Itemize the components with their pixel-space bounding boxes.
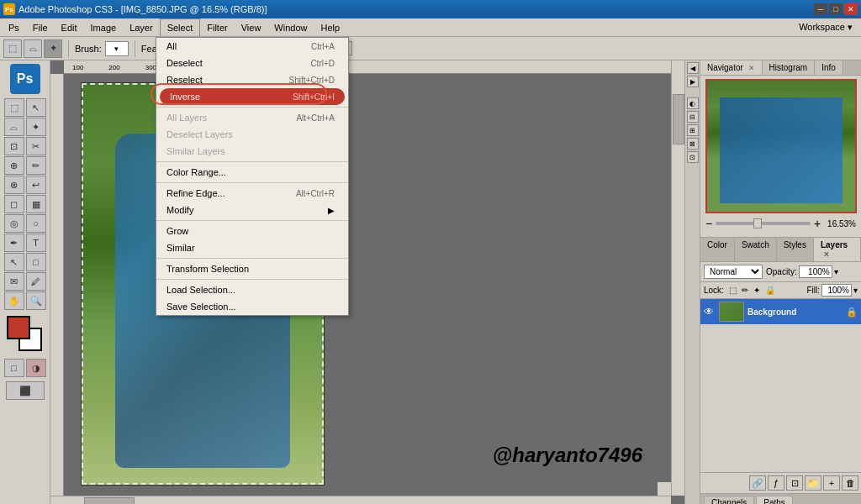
foreground-color-swatch[interactable] bbox=[7, 316, 30, 339]
menu-modify[interactable]: Modify ▶ bbox=[156, 202, 348, 218]
text-tool[interactable]: T bbox=[26, 234, 46, 252]
close-nav[interactable]: ✕ bbox=[748, 64, 755, 72]
opacity-input[interactable] bbox=[799, 265, 832, 278]
crop-tool[interactable]: ⊡ bbox=[4, 137, 24, 155]
slice-tool[interactable]: ✂ bbox=[26, 137, 46, 155]
brush-tool[interactable]: ✏ bbox=[26, 156, 46, 175]
blur-tool[interactable]: ◎ bbox=[4, 214, 24, 233]
dodge-tool[interactable]: ○ bbox=[26, 214, 46, 233]
blend-mode-select[interactable]: Normal bbox=[704, 265, 763, 279]
minimize-button[interactable]: ─ bbox=[814, 3, 827, 15]
clone-tool[interactable]: ⊗ bbox=[4, 176, 24, 194]
title-bar-controls[interactable]: ─ □ ✕ bbox=[814, 3, 858, 15]
opacity-arrow[interactable]: ▾ bbox=[834, 267, 838, 276]
zoom-minus[interactable]: − bbox=[705, 217, 712, 230]
selection-tool-btn[interactable]: ⬚ bbox=[3, 39, 22, 58]
strip-btn-2[interactable]: ▶ bbox=[687, 76, 699, 87]
delete-layer-btn[interactable]: 🗑 bbox=[842, 475, 858, 491]
history-brush[interactable]: ↩ bbox=[26, 176, 46, 194]
tab-swatch[interactable]: Swatch bbox=[735, 238, 777, 261]
zoom-tool[interactable]: 🔍 bbox=[26, 291, 46, 310]
gradient-tool[interactable]: ▦ bbox=[26, 195, 46, 213]
eyedropper-tool[interactable]: 🖉 bbox=[26, 272, 46, 291]
healing-tool[interactable]: ⊕ bbox=[4, 156, 24, 175]
workspace-button[interactable]: Workspace ▾ bbox=[792, 18, 859, 36]
marquee-tool[interactable]: ⬚ bbox=[4, 98, 24, 117]
strip-btn-1[interactable]: ◀ bbox=[687, 62, 699, 74]
tab-info[interactable]: Info bbox=[815, 60, 843, 75]
tab-channels[interactable]: Channels bbox=[704, 496, 754, 504]
eraser-tool[interactable]: ◻ bbox=[4, 195, 24, 213]
lock-move-btn[interactable]: ✦ bbox=[753, 286, 760, 295]
menu-similar[interactable]: Similar bbox=[156, 239, 348, 256]
menu-all[interactable]: All Ctrl+A bbox=[156, 38, 348, 55]
notes-tool[interactable]: ✉ bbox=[4, 272, 24, 291]
quick-mask-btn[interactable]: ◑ bbox=[26, 359, 46, 377]
pen-tool[interactable]: ✒ bbox=[4, 234, 24, 252]
standard-mode-btn[interactable]: □ bbox=[4, 359, 24, 377]
menu-color-range[interactable]: Color Range... bbox=[156, 164, 348, 181]
menu-file[interactable]: File bbox=[26, 18, 55, 36]
menu-view[interactable]: View bbox=[235, 18, 268, 36]
strip-btn-3[interactable]: ◐ bbox=[687, 97, 699, 109]
menu-window[interactable]: Window bbox=[267, 18, 314, 36]
layer-background-row[interactable]: 👁 Background 🔒 bbox=[700, 299, 861, 324]
horizontal-scrollbar[interactable] bbox=[50, 496, 671, 504]
close-button[interactable]: ✕ bbox=[844, 3, 858, 15]
close-layers[interactable]: ✕ bbox=[823, 250, 830, 259]
lasso-tool-btn[interactable]: ⌓ bbox=[24, 39, 42, 58]
add-style-btn[interactable]: ƒ bbox=[768, 475, 784, 491]
maximize-button[interactable]: □ bbox=[829, 3, 843, 15]
new-group-btn[interactable]: 📁 bbox=[805, 475, 821, 491]
strip-btn-4[interactable]: ⊟ bbox=[687, 111, 699, 123]
menu-save-selection[interactable]: Save Selection... bbox=[156, 298, 348, 315]
hand-tool[interactable]: ✋ bbox=[4, 291, 24, 310]
tab-histogram[interactable]: Histogram bbox=[763, 60, 816, 75]
menu-filter[interactable]: Filter bbox=[200, 18, 234, 36]
fill-input[interactable] bbox=[821, 284, 852, 297]
magic-wand-btn[interactable]: ✦ bbox=[44, 39, 62, 58]
lock-all-btn[interactable]: 🔒 bbox=[765, 286, 775, 295]
lasso-tool[interactable]: ⌓ bbox=[4, 118, 24, 136]
path-select-tool[interactable]: ↖ bbox=[4, 253, 24, 271]
tab-navigator[interactable]: Navigator ✕ bbox=[700, 60, 763, 75]
tab-layers[interactable]: Layers ✕ bbox=[814, 238, 861, 261]
menu-select[interactable]: Select bbox=[160, 18, 201, 36]
tab-paths[interactable]: Paths bbox=[756, 496, 793, 504]
visibility-icon[interactable]: 👁 bbox=[704, 306, 716, 318]
screen-mode-btn[interactable]: ⬛ bbox=[6, 381, 45, 400]
lock-image-btn[interactable]: ✏ bbox=[742, 286, 748, 295]
menu-reselect[interactable]: Reselect Shift+Ctrl+D bbox=[156, 71, 348, 88]
menu-inverse[interactable]: Inverse Shift+Ctrl+I bbox=[160, 88, 345, 105]
menu-ps[interactable]: Ps bbox=[2, 18, 26, 36]
strip-btn-6[interactable]: ⊠ bbox=[687, 138, 699, 150]
lock-transparent-btn[interactable]: ⬚ bbox=[729, 286, 737, 295]
vertical-scrollbar[interactable] bbox=[671, 60, 684, 496]
shape-tool[interactable]: □ bbox=[26, 253, 46, 271]
strip-btn-7[interactable]: ⊡ bbox=[687, 151, 699, 163]
brush-picker[interactable]: ▾ bbox=[105, 41, 129, 56]
tab-styles[interactable]: Styles bbox=[777, 238, 814, 261]
tab-color[interactable]: Color bbox=[700, 238, 735, 261]
link-layers-btn[interactable]: 🔗 bbox=[749, 475, 766, 491]
move-tool[interactable]: ↖ bbox=[26, 98, 46, 117]
menu-refine-edge[interactable]: Refine Edge... Alt+Ctrl+R bbox=[156, 185, 348, 202]
menu-deselect-layers[interactable]: Deselect Layers bbox=[156, 126, 348, 143]
zoom-plus[interactable]: + bbox=[814, 217, 821, 230]
new-layer-btn[interactable]: + bbox=[823, 475, 840, 491]
menu-all-layers[interactable]: All Layers Alt+Ctrl+A bbox=[156, 109, 348, 126]
zoom-thumb[interactable] bbox=[753, 218, 762, 228]
menu-transform-selection[interactable]: Transform Selection bbox=[156, 260, 348, 277]
menu-load-selection[interactable]: Load Selection... bbox=[156, 281, 348, 298]
menu-image[interactable]: Image bbox=[84, 18, 124, 36]
fill-arrow[interactable]: ▾ bbox=[853, 286, 858, 295]
menu-grow[interactable]: Grow bbox=[156, 223, 348, 239]
zoom-slider[interactable] bbox=[716, 222, 811, 225]
add-mask-btn[interactable]: ⊡ bbox=[786, 475, 803, 491]
menu-similar-layers[interactable]: Similar Layers bbox=[156, 143, 348, 160]
menu-deselect[interactable]: Deselect Ctrl+D bbox=[156, 55, 348, 71]
menu-edit[interactable]: Edit bbox=[55, 18, 84, 36]
strip-btn-5[interactable]: ⊞ bbox=[687, 124, 699, 136]
menu-layer[interactable]: Layer bbox=[123, 18, 160, 36]
magic-wand-tool[interactable]: ✦ bbox=[26, 118, 46, 136]
